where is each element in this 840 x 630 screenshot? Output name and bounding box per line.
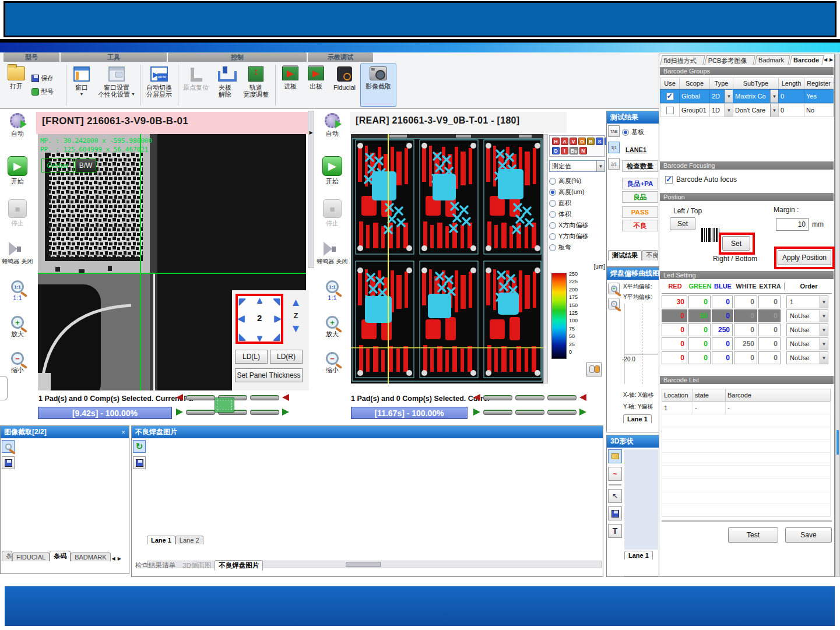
rear-auto-button[interactable]: 自动	[325, 113, 340, 138]
tab-next-icon[interactable]: ▶	[117, 554, 122, 561]
conveyor-rail[interactable]	[547, 395, 577, 400]
shape3d-viewport[interactable]	[624, 449, 658, 550]
group-row-group01[interactable]: Group01 1D ▼ Don't Care ▼ 0 No	[660, 103, 834, 117]
radio-area[interactable]: 面积	[549, 198, 605, 209]
led-value[interactable]: 0	[662, 337, 687, 350]
image-capture-button[interactable]: 影像截取	[360, 64, 396, 107]
model-button[interactable]: 型号	[31, 87, 63, 96]
subtype-cell[interactable]: Don't Care ▼	[733, 103, 779, 117]
conveyor-rail[interactable]	[186, 410, 215, 415]
front-buzzer-button[interactable]: 蜂鸣器 关闭	[2, 241, 33, 266]
tab-view-icon[interactable]: TAB	[608, 125, 620, 137]
conveyor-arrow-right-icon[interactable]	[176, 409, 183, 416]
autofocus-checkbox[interactable]	[665, 176, 673, 184]
refresh-button[interactable]: ↻	[133, 440, 146, 453]
offset-chart[interactable]	[624, 304, 658, 384]
jog-up-right-icon[interactable]: ◥	[273, 296, 280, 307]
stack-view-icon[interactable]: 2/1	[608, 158, 620, 170]
rear-1to1-button[interactable]: 1:1 1:1	[326, 280, 339, 301]
conveyor-arrow-left-icon[interactable]	[282, 394, 289, 401]
splitter-collapse-icon[interactable]: ▶	[308, 130, 314, 135]
letter-button[interactable]: I	[561, 147, 568, 154]
right-edge-scrollbar[interactable]	[835, 54, 840, 577]
conveyor-rail[interactable]	[547, 410, 577, 415]
conveyor-rail[interactable]	[483, 410, 512, 415]
letter-button[interactable]: O	[578, 138, 586, 145]
conveyor-arrow-right-icon[interactable]	[579, 409, 586, 416]
dropdown-arrow-icon[interactable]: ▼	[770, 104, 778, 117]
ribbon-tab-model[interactable]: 型号	[3, 52, 59, 62]
window-settings-button[interactable]: 窗口设置 个性化设置 ▼	[95, 64, 138, 107]
radio-height-um[interactable]: 高度(um)	[549, 186, 605, 198]
open-button[interactable]: 打开	[2, 64, 30, 107]
conveyor-arrow-left-icon[interactable]	[579, 394, 586, 401]
jog-step-value[interactable]: 2	[257, 313, 262, 323]
tab-bad-pad-images[interactable]: 不良焊盘图片	[215, 560, 263, 571]
rear-image[interactable]	[351, 134, 543, 383]
led-value[interactable]: 0	[758, 351, 781, 364]
type-cell[interactable]: 1D ▼	[710, 103, 733, 117]
ribbon-tab-tools[interactable]: 工具	[61, 52, 167, 62]
jog-pad[interactable]: ◤ ▲ ◥ ◀ 2 ▶ ◣ ▼ ◢	[236, 294, 283, 344]
length-cell[interactable]: 0	[779, 103, 804, 117]
use-cell[interactable]	[660, 89, 680, 103]
board-out-button[interactable]: 出板	[303, 64, 329, 107]
led-value[interactable]: 30	[662, 295, 687, 308]
rear-buzzer-button[interactable]: 蜂鸣器 关闭	[317, 241, 348, 266]
set-left-top-button[interactable]: Set	[670, 217, 695, 230]
letter-button[interactable]: H	[552, 138, 560, 145]
board-radio-row[interactable]: 基板	[622, 128, 644, 136]
led-order-dropdown[interactable]: NoUse▼	[786, 323, 828, 336]
led-value[interactable]: 0	[734, 351, 757, 364]
set-right-bottom-button[interactable]: Set	[722, 236, 750, 251]
led-value[interactable]: 0	[758, 323, 781, 336]
tab-badmark[interactable]: Badmark	[754, 55, 790, 65]
subtype-cell[interactable]: Maxtrix Co ▼	[733, 89, 779, 103]
chart-zoom-in-button[interactable]: +	[608, 283, 620, 294]
tab-lane1[interactable]: Lane 1	[623, 414, 652, 423]
led-value[interactable]: 250	[712, 323, 733, 336]
radio-y-offset[interactable]: Y方向偏移	[549, 231, 605, 242]
led-value[interactable]: 250	[734, 337, 757, 350]
type-cell[interactable]: 2D ▼	[710, 89, 733, 103]
jog-up-icon[interactable]: ▲	[255, 295, 264, 305]
bw-button[interactable]: B/W	[75, 159, 96, 173]
rear-zoom-in-button[interactable]: + 放大	[326, 316, 339, 339]
letter-button[interactable]: N	[579, 147, 587, 154]
jog-up-left-icon[interactable]: ◤	[239, 296, 246, 307]
led-value[interactable]: 0	[758, 337, 781, 350]
board-in-button[interactable]: 进板	[277, 64, 303, 107]
save-button[interactable]: 保存	[31, 74, 63, 83]
conveyor-rail[interactable]	[515, 395, 544, 400]
radio-x-offset[interactable]: X方向偏移	[549, 220, 605, 231]
auto-switch-button[interactable]: 自动切换 分屏显示	[142, 64, 176, 107]
chart-zoom-out-button[interactable]: −	[608, 298, 620, 309]
tab-3d-side-view[interactable]: 3D侧面图	[179, 561, 215, 571]
save-button[interactable]: Save	[785, 527, 832, 543]
tab-fiducial[interactable]: FIDUCIAL	[12, 552, 50, 561]
z-up-icon[interactable]: ▲	[290, 296, 301, 309]
list-row-1[interactable]: 1 - -	[662, 402, 831, 414]
tab-pcb-reference[interactable]: PCB参考图像	[704, 55, 755, 65]
front-zoom-in-button[interactable]: + 放大	[11, 316, 24, 339]
margin-input[interactable]: 10	[776, 218, 809, 231]
tab-fid-scan[interactable]: fid扫描方式	[660, 55, 705, 65]
ribbon-tab-control[interactable]: 控制	[168, 52, 307, 62]
jog-right-icon[interactable]: ▶	[274, 313, 281, 323]
profile-curve-button[interactable]: ~	[608, 467, 622, 481]
apply-position-button[interactable]: Apply Position	[778, 250, 831, 265]
led-value[interactable]: 0	[688, 351, 711, 364]
tab-badmark[interactable]: BADMARK	[71, 552, 110, 561]
conveyor-arrow-right-icon[interactable]	[473, 409, 480, 416]
tab-test-results[interactable]: 测试结果	[608, 250, 642, 261]
rail-width-button[interactable]: 轨道 宽度调整	[238, 64, 273, 107]
capture-magnifier-button[interactable]	[2, 440, 15, 453]
view-select-button[interactable]	[608, 449, 622, 463]
set-panel-thickness-button[interactable]: Set Panel Thickness	[235, 368, 303, 382]
conveyor-rail[interactable]	[250, 395, 279, 400]
conveyor-arrow-left-icon[interactable]	[473, 394, 480, 401]
test-button[interactable]: Test	[728, 527, 778, 543]
dropdown-arrow-icon[interactable]: ▼	[725, 104, 733, 117]
tab-defects[interactable]: 不良	[642, 250, 658, 261]
led-value[interactable]: 0	[712, 337, 733, 350]
